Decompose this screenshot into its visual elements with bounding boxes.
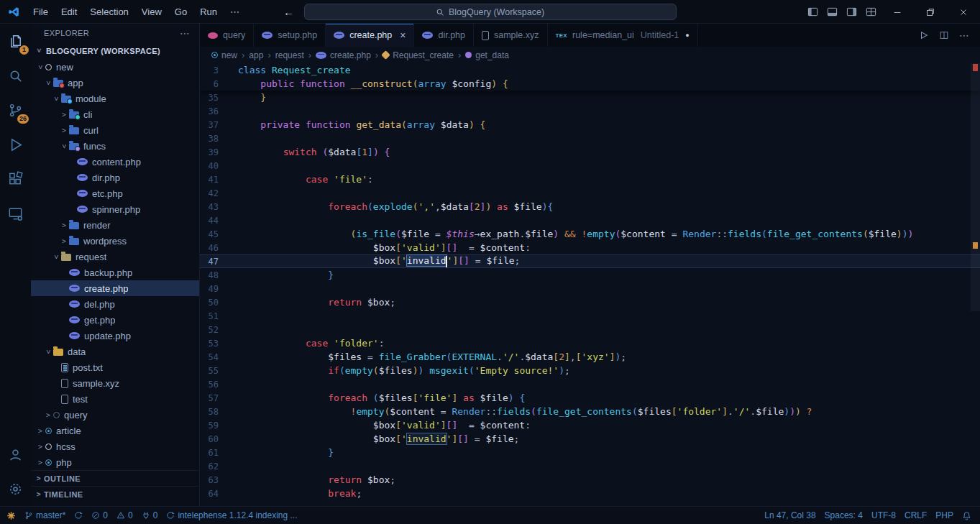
tree-item-content.php[interactable]: >content.php	[31, 154, 199, 170]
menu-run[interactable]: Run	[193, 4, 224, 20]
status-git-branch[interactable]: master*	[20, 507, 70, 524]
breadcrumb-new[interactable]: new	[211, 50, 237, 60]
code-line-37[interactable]: 37 private function get_data(array $data…	[200, 118, 980, 132]
code-line-44[interactable]: 44	[200, 213, 980, 227]
menu-more[interactable]: ⋯	[224, 4, 246, 20]
code-line-63[interactable]: 63 return $box;	[200, 473, 980, 487]
line-number[interactable]: 35	[200, 93, 229, 103]
breadcrumb-Request_create[interactable]: Request_create	[383, 50, 454, 60]
code-line-40[interactable]: 40	[200, 159, 980, 173]
code-line-36[interactable]: 36	[200, 104, 980, 118]
tree-item-article[interactable]: >article	[31, 423, 199, 438]
menu-edit[interactable]: Edit	[55, 4, 83, 20]
code-line-50[interactable]: 50 return $box;	[200, 295, 980, 309]
menu-file[interactable]: File	[27, 4, 55, 20]
activity-accounts-icon[interactable]	[0, 437, 31, 472]
tab-setup.php[interactable]: setup.php	[254, 24, 326, 47]
code-line-62[interactable]: 62	[200, 459, 980, 473]
code-line-48[interactable]: 48 }	[200, 268, 980, 282]
status-problems-warnings[interactable]: 0	[112, 507, 137, 524]
close-button[interactable]	[947, 0, 980, 24]
line-number[interactable]: 50	[200, 298, 229, 308]
toggle-panel-icon[interactable]	[823, 0, 842, 24]
code-line-41[interactable]: 41 case 'file':	[200, 173, 980, 186]
line-number[interactable]: 51	[200, 311, 229, 321]
code-line-58[interactable]: 58 !empty($content = Render::fields(file…	[200, 405, 980, 418]
activity-extensions-icon[interactable]	[0, 162, 31, 196]
activity-remote-explorer-icon[interactable]	[0, 196, 31, 231]
code-line-52[interactable]: 52	[200, 323, 980, 336]
breadcrumb-create.php[interactable]: create.php	[316, 50, 371, 60]
code-line-38[interactable]: 38	[200, 132, 980, 145]
tree-item-post.txt[interactable]: >post.txt	[31, 359, 199, 375]
tree-item-app[interactable]: >app	[31, 75, 199, 91]
status-encoding[interactable]: UTF-8	[867, 507, 900, 524]
status-ports[interactable]: 0	[137, 507, 162, 524]
code-line-54[interactable]: 54 $files = file_Grabber(EXTERNAL.'/'.$d…	[200, 350, 980, 364]
tree-item-render[interactable]: >render	[31, 217, 199, 233]
status-eol[interactable]: CRLF	[900, 507, 931, 524]
line-number[interactable]: 57	[200, 393, 229, 403]
tab-sample.xyz[interactable]: sample.xyz	[474, 24, 548, 47]
tree-item-etc.php[interactable]: >etc.php	[31, 185, 199, 201]
section-outline[interactable]: >OUTLINE	[31, 470, 199, 486]
tab-close-icon[interactable]: ×	[400, 29, 406, 41]
tree-item-funcs[interactable]: >funcs	[31, 138, 199, 154]
tree-item-module[interactable]: >module	[31, 91, 199, 106]
section-timeline[interactable]: >TIMELINE	[31, 486, 199, 502]
line-number[interactable]: 43	[200, 202, 229, 212]
breadcrumb-request[interactable]: request	[275, 50, 304, 60]
activity-settings-icon[interactable]	[0, 472, 31, 506]
command-center-search[interactable]: BlogQuery (Workspace)	[304, 4, 677, 20]
explorer-more-actions-icon[interactable]: ⋯	[180, 27, 191, 39]
nav-back-button[interactable]: ←	[283, 6, 294, 18]
breadcrumb-app[interactable]: app	[249, 50, 263, 60]
line-number[interactable]: 49	[200, 284, 229, 294]
tree-item-dir.php[interactable]: >dir.php	[31, 170, 199, 185]
line-number[interactable]: 60	[200, 434, 229, 444]
tree-item-del.php[interactable]: >del.php	[31, 296, 199, 312]
breadcrumb-get_data[interactable]: get_data	[465, 50, 509, 60]
tree-item-create.php[interactable]: >create.php	[31, 280, 199, 296]
code-line-53[interactable]: 53 case 'folder':	[200, 336, 980, 350]
tab-query[interactable]: query	[200, 24, 254, 47]
tab-rule=median_ui[interactable]: TEXrule=median_uiUntitled-1●	[548, 24, 698, 47]
minimize-button[interactable]	[881, 0, 914, 24]
code-line-49[interactable]: 49	[200, 282, 980, 295]
tree-item-get.php[interactable]: >get.php	[31, 312, 199, 328]
tree-item-backup.php[interactable]: >backup.php	[31, 265, 199, 280]
toggle-secondary-sidebar-icon[interactable]	[842, 0, 861, 24]
line-number[interactable]: 42	[200, 188, 229, 198]
line-number[interactable]: 40	[200, 161, 229, 171]
line-number[interactable]: 47	[200, 257, 229, 267]
line-number[interactable]: 58	[200, 407, 229, 417]
tree-item-request[interactable]: >request	[31, 249, 199, 265]
line-number[interactable]: 55	[200, 366, 229, 376]
restore-button[interactable]	[914, 0, 947, 24]
code-line-60[interactable]: 60 $box['invalid'][] = $file;	[200, 432, 980, 446]
code-line-59[interactable]: 59 $box['valid'][] = $content:	[200, 418, 980, 432]
tree-item-new[interactable]: >new	[31, 59, 199, 75]
tab-create.php[interactable]: create.php×	[326, 24, 414, 47]
line-number[interactable]: 3	[200, 65, 229, 75]
line-number[interactable]: 39	[200, 147, 229, 157]
code-line-55[interactable]: 55 if(empty($files)) msgexit('Empty sour…	[200, 364, 980, 377]
scrollbar[interactable]	[971, 63, 980, 506]
line-number[interactable]: 48	[200, 270, 229, 280]
activity-search-icon[interactable]	[0, 58, 31, 93]
line-number[interactable]: 44	[200, 216, 229, 226]
line-number[interactable]: 38	[200, 134, 229, 144]
tree-item-query[interactable]: >query	[31, 407, 199, 423]
code-line-57[interactable]: 57 foreach ($files['file'] as $file) {	[200, 391, 980, 405]
tree-item-update.php[interactable]: >update.php	[31, 328, 199, 344]
code-line-6[interactable]: 6 public function __construct(array $con…	[200, 77, 980, 91]
tree-item-cli[interactable]: >cli	[31, 106, 199, 122]
line-number[interactable]: 46	[200, 243, 229, 253]
workspace-header[interactable]: > BLOGQUERY (WORKSPACE)	[31, 42, 199, 59]
code-editor[interactable]: 3class Request_create6 public function _…	[200, 63, 980, 506]
activity-explorer-icon[interactable]: 1	[0, 24, 31, 58]
line-number[interactable]: 56	[200, 380, 229, 390]
code-line-56[interactable]: 56	[200, 377, 980, 391]
status-sync-changes[interactable]	[70, 507, 87, 524]
status-notifications-bell[interactable]	[958, 507, 976, 524]
